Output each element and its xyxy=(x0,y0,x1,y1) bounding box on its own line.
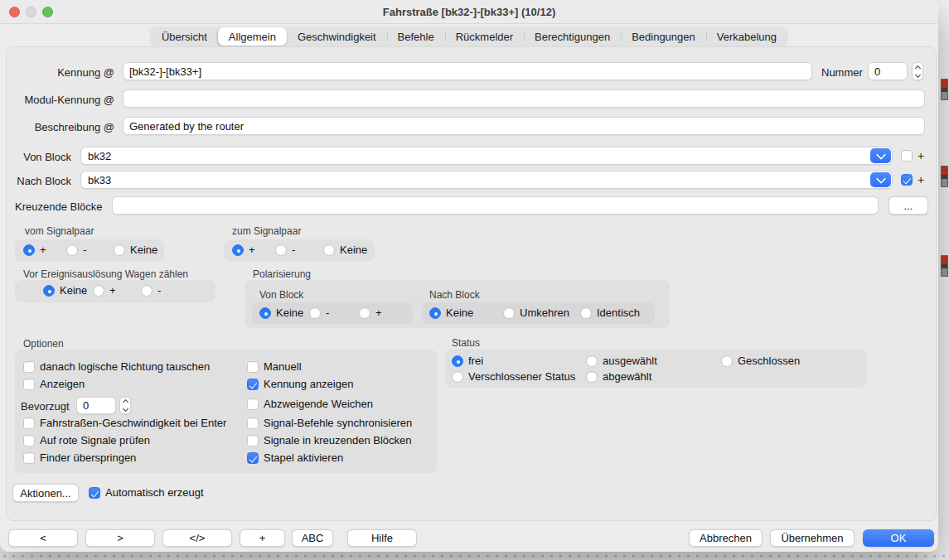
radio-icon[interactable] xyxy=(721,355,733,367)
checkbox-icon[interactable] xyxy=(23,379,35,390)
status-option-frei[interactable]: frei xyxy=(452,355,483,367)
bevorzugt-stepper[interactable] xyxy=(119,397,131,414)
tab-rueckmelder[interactable]: Rückmelder xyxy=(445,27,524,46)
radio-icon[interactable] xyxy=(429,307,441,319)
checkbox-icon[interactable] xyxy=(247,418,259,429)
option-richtung-tauschen[interactable]: danach logische Richtung tauschen xyxy=(23,361,210,373)
radio-icon[interactable] xyxy=(259,307,271,319)
radio-icon[interactable] xyxy=(452,371,463,383)
checkbox-icon[interactable] xyxy=(23,452,35,464)
nach-block-plus-checkbox[interactable] xyxy=(901,174,913,186)
beschreibung-input[interactable] xyxy=(123,117,925,135)
next-button[interactable]: > xyxy=(85,529,155,547)
add-button[interactable]: + xyxy=(240,529,285,547)
wagen-zaehlen-option-minus[interactable]: - xyxy=(141,285,161,297)
option-kennung-anzeigen[interactable]: Kennung anzeigen xyxy=(247,379,353,390)
radio-icon[interactable] xyxy=(43,285,55,297)
radio-icon[interactable] xyxy=(323,244,335,256)
tab-geschwindigkeit[interactable]: Geschwindigkeit xyxy=(287,27,387,46)
option-finder-ueberspringen[interactable]: Finder überspringen xyxy=(23,452,136,464)
tab-befehle[interactable]: Befehle xyxy=(387,27,445,46)
option-anzeigen[interactable]: Anzeigen xyxy=(23,379,85,390)
zum-signalpaar-option-keine[interactable]: Keine xyxy=(323,244,367,256)
von-block-combo[interactable]: bk32 xyxy=(80,147,893,165)
polarisierung-von-option-keine[interactable]: Keine xyxy=(259,307,303,319)
status-option-geschlossen[interactable]: Geschlossen xyxy=(721,355,800,367)
wagen-zaehlen-option-keine[interactable]: Keine xyxy=(43,285,87,297)
radio-icon[interactable] xyxy=(359,307,370,319)
option-stapel-aktivieren[interactable]: Stapel aktivieren xyxy=(247,452,343,464)
radio-icon[interactable] xyxy=(93,285,104,297)
title-bar[interactable]: Fahrstraße [bk32-]-[bk33+] (10/12) xyxy=(0,0,938,24)
kennung-input[interactable] xyxy=(123,62,812,80)
checkbox-icon[interactable] xyxy=(247,435,259,447)
checkbox-icon[interactable] xyxy=(23,435,35,447)
checkbox-icon[interactable] xyxy=(247,379,259,390)
radio-icon[interactable] xyxy=(114,244,125,256)
uebernehmen-button[interactable]: Übernehmen xyxy=(770,529,855,547)
code-button[interactable]: </> xyxy=(162,529,232,547)
stepper-up-icon[interactable] xyxy=(122,399,128,405)
tab-bedingungen[interactable]: Bedingungen xyxy=(621,27,706,46)
wagen-zaehlen-option-plus[interactable]: + xyxy=(93,285,116,297)
status-option-abgewaehlt[interactable]: abgewählt xyxy=(586,371,651,383)
abc-button[interactable]: ABC xyxy=(292,529,333,547)
vom-signalpaar-option-keine[interactable]: Keine xyxy=(114,244,157,256)
tab-verkabelung[interactable]: Verkabelung xyxy=(706,27,787,46)
option-signal-befehle-sync[interactable]: Signal-Befehle synchronisieren xyxy=(247,418,412,429)
checkbox-icon[interactable] xyxy=(247,398,259,410)
checkbox-icon[interactable] xyxy=(247,361,259,373)
vom-signalpaar-option-plus[interactable]: + xyxy=(23,244,46,256)
option-manuell[interactable]: Manuell xyxy=(247,361,302,373)
stepper-up-icon[interactable] xyxy=(914,65,920,70)
polarisierung-nach-option-umkehren[interactable]: Umkehren xyxy=(503,307,569,319)
status-option-ausgewaehlt[interactable]: ausgewählt xyxy=(586,355,657,367)
zum-signalpaar-option-minus[interactable]: - xyxy=(275,244,295,256)
nach-block-dropdown-button[interactable] xyxy=(870,172,891,187)
nummer-input[interactable] xyxy=(868,62,908,80)
radio-icon[interactable] xyxy=(586,355,598,367)
tab-berechtigungen[interactable]: Berechtigungen xyxy=(524,27,621,46)
tab-uebersicht[interactable]: Übersicht xyxy=(151,27,218,46)
radio-icon[interactable] xyxy=(66,244,78,256)
stepper-down-icon[interactable] xyxy=(914,71,920,77)
polarisierung-von-option-plus[interactable]: + xyxy=(359,307,382,319)
nummer-stepper[interactable] xyxy=(912,62,923,80)
radio-icon[interactable] xyxy=(141,285,153,297)
status-option-verschlossener-status[interactable]: Verschlossener Status xyxy=(452,371,575,383)
checkbox-icon[interactable] xyxy=(247,452,259,464)
radio-icon[interactable] xyxy=(580,307,592,319)
option-geschwindigkeit-enter[interactable]: Fahrstraßen-Geschwindigkeit bei Enter xyxy=(23,418,226,429)
hilfe-button[interactable]: Hilfe xyxy=(347,529,417,547)
option-signale-kreuzende[interactable]: Signale in kreuzenden Blöcken xyxy=(247,435,412,447)
zum-signalpaar-option-plus[interactable]: + xyxy=(232,244,255,256)
abbrechen-button[interactable]: Abbrechen xyxy=(689,529,763,547)
kreuzende-bloecke-input[interactable] xyxy=(112,196,879,215)
radio-icon[interactable] xyxy=(452,355,463,367)
nach-block-combo[interactable]: bk33 xyxy=(80,171,893,189)
stepper-down-icon[interactable] xyxy=(122,406,128,412)
polarisierung-nach-option-keine[interactable]: Keine xyxy=(429,307,473,319)
radio-icon[interactable] xyxy=(503,307,515,319)
automatisch-erzeugt-option[interactable]: Automatisch erzeugt xyxy=(89,487,204,499)
bevorzugt-input[interactable] xyxy=(76,397,116,414)
von-block-plus-checkbox[interactable] xyxy=(901,150,913,162)
aktionen-button[interactable]: Aktionen... xyxy=(12,484,79,502)
checkbox-icon[interactable] xyxy=(23,418,35,429)
radio-icon[interactable] xyxy=(275,244,287,256)
vom-signalpaar-option-minus[interactable]: - xyxy=(66,244,86,256)
checkbox-icon[interactable] xyxy=(89,487,100,499)
radio-icon[interactable] xyxy=(23,244,35,256)
browse-button[interactable]: ... xyxy=(888,196,928,215)
option-abzweigende-weichen[interactable]: Abzweigende Weichen xyxy=(247,398,373,410)
prev-button[interactable]: < xyxy=(8,529,78,547)
option-rote-signale[interactable]: Auf rote Signale prüfen xyxy=(23,435,150,447)
von-block-dropdown-button[interactable] xyxy=(870,148,891,163)
checkbox-icon[interactable] xyxy=(23,361,35,373)
polarisierung-von-option-minus[interactable]: - xyxy=(309,307,329,319)
ok-button[interactable]: OK xyxy=(863,529,934,547)
polarisierung-nach-option-identisch[interactable]: Identisch xyxy=(580,307,640,319)
radio-icon[interactable] xyxy=(309,307,321,319)
radio-icon[interactable] xyxy=(232,244,244,256)
radio-icon[interactable] xyxy=(586,371,598,383)
